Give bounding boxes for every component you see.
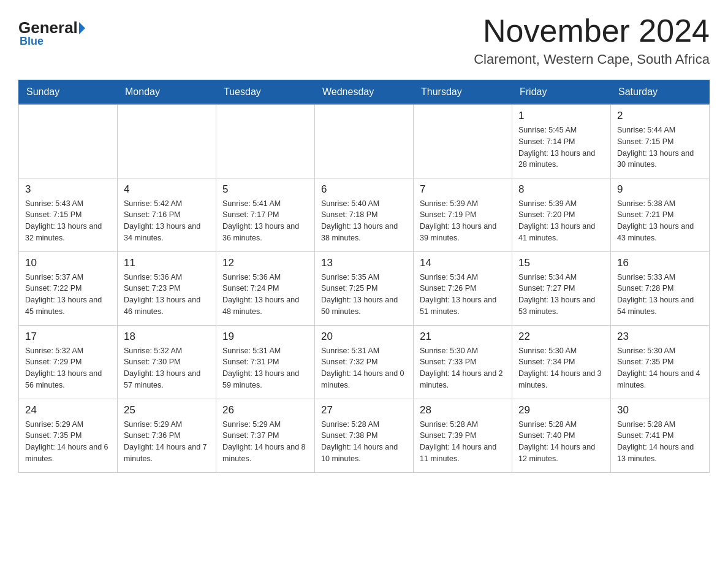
logo-triangle-icon xyxy=(79,22,85,34)
day-number: 29 xyxy=(518,404,604,416)
day-info: Sunrise: 5:30 AMSunset: 7:35 PMDaylight:… xyxy=(617,345,703,391)
day-info: Sunrise: 5:36 AMSunset: 7:23 PMDaylight:… xyxy=(124,272,210,318)
calendar-cell: 25Sunrise: 5:29 AMSunset: 7:36 PMDayligh… xyxy=(118,399,216,472)
day-info: Sunrise: 5:44 AMSunset: 7:15 PMDaylight:… xyxy=(617,124,703,170)
day-info: Sunrise: 5:32 AMSunset: 7:30 PMDaylight:… xyxy=(124,345,210,391)
calendar-cell: 9Sunrise: 5:38 AMSunset: 7:21 PMDaylight… xyxy=(611,178,710,251)
day-info: Sunrise: 5:35 AMSunset: 7:25 PMDaylight:… xyxy=(321,272,407,318)
day-header-friday: Friday xyxy=(512,80,611,105)
day-number: 11 xyxy=(124,257,210,269)
day-info: Sunrise: 5:43 AMSunset: 7:15 PMDaylight:… xyxy=(25,198,111,244)
calendar-cell: 6Sunrise: 5:40 AMSunset: 7:18 PMDaylight… xyxy=(315,178,414,251)
day-info: Sunrise: 5:31 AMSunset: 7:32 PMDaylight:… xyxy=(321,345,407,391)
calendar-cell: 23Sunrise: 5:30 AMSunset: 7:35 PMDayligh… xyxy=(611,325,710,399)
calendar-title: November 2024 xyxy=(474,12,710,49)
week-row-4: 17Sunrise: 5:32 AMSunset: 7:29 PMDayligh… xyxy=(19,325,710,399)
calendar-header-row: SundayMondayTuesdayWednesdayThursdayFrid… xyxy=(19,80,710,105)
day-info: Sunrise: 5:42 AMSunset: 7:16 PMDaylight:… xyxy=(124,198,210,244)
day-number: 3 xyxy=(25,183,111,196)
day-number: 18 xyxy=(124,331,210,343)
calendar-cell: 16Sunrise: 5:33 AMSunset: 7:28 PMDayligh… xyxy=(611,251,710,325)
week-row-3: 10Sunrise: 5:37 AMSunset: 7:22 PMDayligh… xyxy=(19,251,710,325)
calendar-cell: 28Sunrise: 5:28 AMSunset: 7:39 PMDayligh… xyxy=(414,399,512,472)
calendar-cell xyxy=(216,104,315,178)
day-number: 15 xyxy=(518,257,604,269)
calendar-cell xyxy=(19,104,118,178)
day-info: Sunrise: 5:28 AMSunset: 7:39 PMDaylight:… xyxy=(420,419,506,465)
calendar-cell: 11Sunrise: 5:36 AMSunset: 7:23 PMDayligh… xyxy=(118,251,216,325)
day-number: 20 xyxy=(321,331,407,343)
calendar-cell xyxy=(118,104,216,178)
calendar-cell: 7Sunrise: 5:39 AMSunset: 7:19 PMDaylight… xyxy=(414,178,512,251)
day-header-monday: Monday xyxy=(118,80,216,105)
day-info: Sunrise: 5:45 AMSunset: 7:14 PMDaylight:… xyxy=(518,124,604,170)
day-number: 24 xyxy=(25,404,111,416)
day-info: Sunrise: 5:29 AMSunset: 7:36 PMDaylight:… xyxy=(124,419,210,465)
calendar-cell: 14Sunrise: 5:34 AMSunset: 7:26 PMDayligh… xyxy=(414,251,512,325)
day-number: 13 xyxy=(321,257,407,269)
calendar-cell: 3Sunrise: 5:43 AMSunset: 7:15 PMDaylight… xyxy=(19,178,118,251)
calendar-cell: 21Sunrise: 5:30 AMSunset: 7:33 PMDayligh… xyxy=(414,325,512,399)
day-info: Sunrise: 5:29 AMSunset: 7:35 PMDaylight:… xyxy=(25,419,111,465)
day-number: 10 xyxy=(25,257,111,269)
calendar-cell: 4Sunrise: 5:42 AMSunset: 7:16 PMDaylight… xyxy=(118,178,216,251)
calendar-cell xyxy=(315,104,414,178)
day-number: 4 xyxy=(124,183,210,196)
day-info: Sunrise: 5:30 AMSunset: 7:34 PMDaylight:… xyxy=(518,345,604,391)
day-number: 26 xyxy=(222,404,308,416)
calendar-cell: 19Sunrise: 5:31 AMSunset: 7:31 PMDayligh… xyxy=(216,325,315,399)
calendar-cell: 29Sunrise: 5:28 AMSunset: 7:40 PMDayligh… xyxy=(512,399,611,472)
calendar-cell: 30Sunrise: 5:28 AMSunset: 7:41 PMDayligh… xyxy=(611,399,710,472)
day-number: 8 xyxy=(518,183,604,196)
day-number: 27 xyxy=(321,404,407,416)
day-header-sunday: Sunday xyxy=(19,80,118,105)
calendar-cell: 15Sunrise: 5:34 AMSunset: 7:27 PMDayligh… xyxy=(512,251,611,325)
day-number: 19 xyxy=(222,331,308,343)
calendar-cell xyxy=(414,104,512,178)
calendar-cell: 10Sunrise: 5:37 AMSunset: 7:22 PMDayligh… xyxy=(19,251,118,325)
day-info: Sunrise: 5:39 AMSunset: 7:20 PMDaylight:… xyxy=(518,198,604,244)
day-number: 30 xyxy=(617,404,703,416)
week-row-2: 3Sunrise: 5:43 AMSunset: 7:15 PMDaylight… xyxy=(19,178,710,251)
day-number: 21 xyxy=(420,331,506,343)
calendar-cell: 1Sunrise: 5:45 AMSunset: 7:14 PMDaylight… xyxy=(512,104,611,178)
day-info: Sunrise: 5:30 AMSunset: 7:33 PMDaylight:… xyxy=(420,345,506,391)
day-info: Sunrise: 5:40 AMSunset: 7:18 PMDaylight:… xyxy=(321,198,407,244)
day-number: 16 xyxy=(617,257,703,269)
calendar-cell: 27Sunrise: 5:28 AMSunset: 7:38 PMDayligh… xyxy=(315,399,414,472)
day-info: Sunrise: 5:32 AMSunset: 7:29 PMDaylight:… xyxy=(25,345,111,391)
calendar-cell: 17Sunrise: 5:32 AMSunset: 7:29 PMDayligh… xyxy=(19,325,118,399)
day-number: 7 xyxy=(420,183,506,196)
calendar-cell: 22Sunrise: 5:30 AMSunset: 7:34 PMDayligh… xyxy=(512,325,611,399)
page-header: General Blue November 2024 Claremont, We… xyxy=(18,12,710,67)
logo: General Blue xyxy=(18,18,85,48)
day-number: 25 xyxy=(124,404,210,416)
calendar-subtitle: Claremont, Western Cape, South Africa xyxy=(474,52,710,67)
day-number: 2 xyxy=(617,110,703,122)
day-info: Sunrise: 5:33 AMSunset: 7:28 PMDaylight:… xyxy=(617,272,703,318)
day-number: 17 xyxy=(25,331,111,343)
day-info: Sunrise: 5:39 AMSunset: 7:19 PMDaylight:… xyxy=(420,198,506,244)
day-info: Sunrise: 5:28 AMSunset: 7:38 PMDaylight:… xyxy=(321,419,407,465)
day-info: Sunrise: 5:29 AMSunset: 7:37 PMDaylight:… xyxy=(222,419,308,465)
day-number: 5 xyxy=(222,183,308,196)
calendar-table: SundayMondayTuesdayWednesdayThursdayFrid… xyxy=(18,80,710,473)
day-info: Sunrise: 5:28 AMSunset: 7:41 PMDaylight:… xyxy=(617,419,703,465)
title-area: November 2024 Claremont, Western Cape, S… xyxy=(474,12,710,67)
calendar-cell: 24Sunrise: 5:29 AMSunset: 7:35 PMDayligh… xyxy=(19,399,118,472)
day-info: Sunrise: 5:36 AMSunset: 7:24 PMDaylight:… xyxy=(222,272,308,318)
day-info: Sunrise: 5:34 AMSunset: 7:27 PMDaylight:… xyxy=(518,272,604,318)
week-row-1: 1Sunrise: 5:45 AMSunset: 7:14 PMDaylight… xyxy=(19,104,710,178)
calendar-cell: 2Sunrise: 5:44 AMSunset: 7:15 PMDaylight… xyxy=(611,104,710,178)
day-number: 14 xyxy=(420,257,506,269)
calendar-cell: 20Sunrise: 5:31 AMSunset: 7:32 PMDayligh… xyxy=(315,325,414,399)
day-number: 1 xyxy=(518,110,604,122)
calendar-cell: 12Sunrise: 5:36 AMSunset: 7:24 PMDayligh… xyxy=(216,251,315,325)
day-number: 22 xyxy=(518,331,604,343)
day-header-tuesday: Tuesday xyxy=(216,80,315,105)
day-info: Sunrise: 5:34 AMSunset: 7:26 PMDaylight:… xyxy=(420,272,506,318)
calendar-cell: 5Sunrise: 5:41 AMSunset: 7:17 PMDaylight… xyxy=(216,178,315,251)
calendar-cell: 26Sunrise: 5:29 AMSunset: 7:37 PMDayligh… xyxy=(216,399,315,472)
day-header-thursday: Thursday xyxy=(414,80,512,105)
day-number: 23 xyxy=(617,331,703,343)
